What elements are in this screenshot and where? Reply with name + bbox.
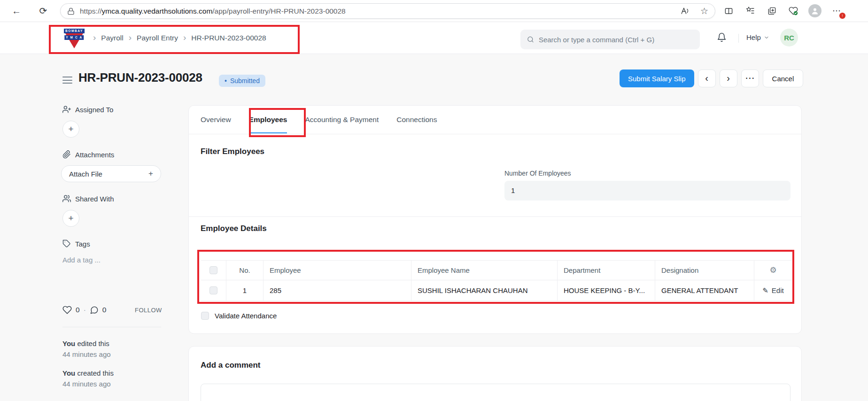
document-actions: Submit Salary Slip ‹ › ⋯ Cancel [620, 69, 803, 87]
cell-employee[interactable]: 285 [264, 280, 411, 301]
activity-time: 44 minutes ago [62, 349, 111, 360]
tab-overview[interactable]: Overview [201, 106, 231, 134]
prev-document-button[interactable]: ‹ [698, 69, 716, 87]
browser-icon-strip: ⋯↑ [718, 0, 847, 22]
cancel-button[interactable]: Cancel [763, 69, 804, 87]
form-card: Overview Employees Accounting & Payment … [188, 105, 802, 334]
status-label: Submitted [230, 77, 260, 85]
breadcrumb-chevron-icon: › [93, 33, 96, 43]
table-settings-gear-icon[interactable]: ⚙ [769, 265, 776, 275]
follow-button[interactable]: FOLLOW [135, 307, 162, 314]
browser-refresh-icon[interactable]: ⟳ [35, 0, 52, 22]
activity-time: 44 minutes ago [62, 378, 114, 389]
column-header-designation[interactable]: Designation [655, 261, 754, 280]
bombay-ymca-logo[interactable]: BOMBAY Y M C A [61, 29, 87, 50]
validate-attendance-checkbox[interactable] [201, 312, 209, 320]
edit-pencil-icon: ✎ [762, 286, 768, 295]
tag-icon [62, 239, 71, 248]
help-menu[interactable]: Help [746, 33, 769, 41]
browser-profile-avatar[interactable] [804, 0, 826, 22]
breadcrumb-chevron-icon: › [129, 33, 132, 43]
count-separator: · [84, 306, 86, 314]
add-tag-input[interactable]: Add a tag ... [62, 256, 101, 264]
comment-bubble-icon[interactable] [90, 306, 99, 315]
breadcrumb-current-doc[interactable]: HR-PRUN-2023-00028 [191, 34, 266, 42]
filter-employees-heading: Filter Employees [201, 147, 264, 156]
tab-connections[interactable]: Connections [396, 106, 437, 134]
global-search[interactable] [520, 30, 700, 49]
row-checkbox[interactable] [209, 286, 217, 294]
status-badge: • Submitted [219, 75, 265, 87]
table-row: 1 285 SUSHIL ISHACHARAN CHAUHAN HOUSE KE… [201, 280, 792, 301]
attach-file-button[interactable]: Attach File + [61, 165, 161, 182]
screen: ← ⟳ https://ymca.quality.vedarthsolution… [0, 0, 868, 401]
like-count[interactable]: 0 [76, 306, 80, 314]
attach-file-label: Attach File [69, 170, 102, 178]
heart-like-icon[interactable] [62, 305, 72, 315]
number-of-employees-field[interactable]: 1 [504, 181, 790, 200]
logo-text-band: Y M C A [64, 35, 84, 40]
tab-accounting-payment[interactable]: Accounting & Payment [305, 106, 379, 134]
add-assignment-button[interactable]: + [62, 121, 79, 138]
breadcrumb-chevron-icon: › [183, 33, 186, 43]
table-header-row: No. Employee Employee Name Department De… [201, 261, 792, 280]
assigned-to-section: Assigned To [62, 105, 113, 114]
next-document-button[interactable]: › [720, 69, 737, 87]
cell-no: 1 [226, 280, 264, 301]
row-edit-button[interactable]: ✎ Edit [762, 286, 783, 295]
page-title: HR-PRUN-2023-00028 [78, 70, 202, 85]
submit-salary-slip-button[interactable]: Submit Salary Slip [620, 69, 694, 87]
shared-with-section: Shared With [62, 194, 114, 203]
notifications-bell-icon[interactable] [717, 32, 727, 42]
attachments-label: Attachments [75, 151, 114, 159]
url-text: https://ymca.quality.vedarthsolutions.co… [80, 7, 346, 15]
address-bar[interactable]: https://ymca.quality.vedarthsolutions.co… [60, 3, 715, 19]
menu-more-button[interactable]: ⋯ [741, 69, 759, 87]
status-dot-icon: • [225, 77, 227, 85]
column-header-employee[interactable]: Employee [264, 261, 411, 280]
activity-action: created this [77, 369, 114, 377]
logo-text-top: BOMBAY [64, 29, 85, 33]
search-input[interactable] [539, 36, 693, 44]
sidebar-toggle-icon[interactable] [62, 77, 72, 86]
url-path: /app/payroll-entry/HR-PRUN-2023-00028 [212, 7, 345, 15]
activity-action: edited this [77, 339, 109, 347]
section-divider [189, 216, 801, 217]
paperclip-icon [62, 150, 71, 159]
validate-attendance-row: Validate Attendance [201, 312, 277, 320]
breadcrumb-payroll-entry[interactable]: Payroll Entry [137, 34, 178, 42]
edit-label: Edit [772, 286, 784, 294]
browser-back-icon[interactable]: ← [8, 0, 25, 22]
user-plus-icon [62, 105, 71, 114]
breadcrumb: › Payroll › Payroll Entry › HR-PRUN-2023… [93, 22, 266, 54]
plus-icon: + [148, 169, 153, 178]
select-all-checkbox[interactable] [209, 266, 217, 274]
cell-department[interactable]: HOUSE KEEPING - B-Y... [558, 280, 655, 301]
number-of-employees-label: Number Of Employees [504, 170, 571, 177]
read-aloud-icon[interactable] [680, 7, 689, 15]
collections-add-icon[interactable] [761, 0, 783, 22]
split-screen-icon[interactable] [718, 0, 739, 22]
column-header-employee-name[interactable]: Employee Name [411, 261, 558, 280]
add-share-button[interactable]: + [62, 210, 79, 227]
column-header-no[interactable]: No. [226, 261, 264, 280]
breadcrumb-payroll[interactable]: Payroll [101, 34, 123, 42]
tab-employees[interactable]: Employees [249, 106, 287, 134]
cell-employee-name[interactable]: SUSHIL ISHACHARAN CHAUHAN [411, 280, 558, 301]
comment-count[interactable]: 0 [102, 306, 107, 314]
tags-label: Tags [75, 240, 90, 248]
update-badge: ↑ [839, 12, 846, 19]
search-icon [527, 36, 534, 43]
favorite-star-icon[interactable]: ☆ [700, 6, 708, 16]
user-avatar[interactable]: RC [780, 29, 798, 46]
comment-input[interactable] [201, 384, 790, 401]
employee-details-table: No. Employee Employee Name Department De… [201, 260, 792, 301]
shared-with-label: Shared With [75, 195, 114, 203]
favorites-hub-icon[interactable] [739, 0, 761, 22]
browser-settings-more-icon[interactable]: ⋯↑ [826, 0, 847, 22]
cell-designation[interactable]: GENERAL ATTENDANT [655, 280, 754, 301]
assigned-to-label: Assigned To [75, 106, 113, 114]
header-divider [738, 34, 739, 43]
browser-essentials-icon[interactable] [783, 0, 804, 22]
column-header-department[interactable]: Department [558, 261, 655, 280]
